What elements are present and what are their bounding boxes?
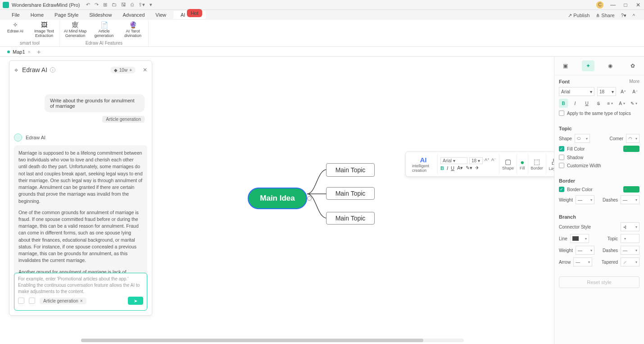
close-panel-icon[interactable]: ✕	[143, 67, 147, 73]
decrease-font-icon[interactable]: A⁻	[630, 87, 639, 96]
tab-theme-icon[interactable]: ◉	[604, 60, 617, 71]
ribbon-tarot[interactable]: 🔮AI Tarot divination	[120, 22, 145, 38]
line-color-select[interactable]	[570, 234, 589, 243]
underline-button[interactable]: U	[582, 99, 591, 108]
ribbon-image-text-extraction[interactable]: 🖼Image Text Extraction	[32, 22, 57, 38]
clear-format-icon[interactable]: ✈	[475, 165, 479, 171]
ft-fill[interactable]: ●Fill	[517, 154, 528, 174]
border-weight-select[interactable]: —	[576, 195, 594, 204]
print-icon[interactable]: ⎙	[131, 2, 134, 8]
arrow-select[interactable]: —	[573, 257, 592, 266]
fill-color-swatch[interactable]	[623, 146, 639, 152]
ai-input-box[interactable]: For example, enter 'Promotional articles…	[14, 273, 147, 311]
border-color-swatch[interactable]	[623, 186, 639, 193]
ft-border[interactable]: ⬚Border	[528, 154, 546, 174]
tab-settings-icon[interactable]: ✿	[626, 60, 639, 71]
doc-tab[interactable]: Map1 ×	[4, 48, 34, 55]
font-family-select[interactable]: Arial▾	[559, 87, 594, 96]
redo-icon[interactable]: ↷	[95, 2, 99, 8]
font-more-link[interactable]: More	[629, 79, 639, 84]
branch-weight-select[interactable]: —	[576, 246, 594, 255]
font-color-button[interactable]: A	[617, 99, 626, 108]
menu-view[interactable]: View	[152, 11, 170, 19]
add-tab-button[interactable]: +	[37, 48, 41, 55]
dashes-label: Dashes	[603, 197, 618, 202]
font-size-select[interactable]: 18▾	[597, 87, 616, 96]
ft-shape[interactable]: ▢Shape	[499, 154, 517, 174]
italic-button[interactable]: I	[571, 99, 580, 108]
tapered-select[interactable]: ⟋	[621, 257, 639, 266]
underline-button[interactable]: U	[451, 165, 454, 171]
menu-advanced[interactable]: Advanced	[119, 11, 148, 19]
menu-slideshow[interactable]: Slideshow	[86, 11, 115, 19]
menu-ai[interactable]: AIHot	[173, 11, 206, 19]
highlight-button[interactable]: ✎▾	[466, 165, 472, 171]
undo-icon[interactable]: ↶	[86, 2, 90, 8]
increase-font-icon[interactable]: A⁺	[619, 87, 628, 96]
save-icon[interactable]: 🖫	[121, 2, 126, 8]
ft-ai[interactable]: AIintelligent creation	[409, 154, 438, 174]
connector-style-select[interactable]: ⊰	[621, 222, 639, 231]
export-icon[interactable]: ⇪▾	[138, 2, 145, 8]
settings-icon[interactable]	[29, 298, 35, 304]
publish-button[interactable]: ↗ Publish	[568, 13, 590, 18]
topic-node[interactable]: Main Topic	[326, 163, 375, 177]
qat-more-icon[interactable]: ▾	[150, 2, 152, 8]
custom-width-checkbox[interactable]	[559, 163, 564, 168]
fill-color-checkbox[interactable]: ✓	[559, 146, 564, 151]
close-button[interactable]: ✕	[635, 2, 641, 8]
canvas[interactable]: 📌 AIintelligent creation Arial ▾ 18 ▾ A⁺…	[158, 57, 549, 344]
doc-tab-name: Map1	[13, 49, 25, 55]
help-icon[interactable]: ?▾	[621, 13, 626, 18]
font-color-button[interactable]: A▾	[457, 165, 463, 171]
ribbon-edraw-ai[interactable]: ✧Edraw AI	[3, 22, 28, 38]
italic-button[interactable]: I	[447, 165, 448, 171]
open-icon[interactable]: 🗀	[112, 2, 117, 8]
collapse-ribbon-icon[interactable]: ^	[633, 13, 635, 18]
send-button[interactable]: ➤	[128, 297, 143, 305]
new-icon[interactable]: ⊞	[103, 2, 107, 8]
strike-button[interactable]: S̶	[594, 99, 603, 108]
corner-select[interactable]: ◠	[626, 134, 639, 143]
menu-file[interactable]: File	[8, 11, 23, 19]
scrollbar-thumb[interactable]	[81, 339, 423, 342]
menu-page-style[interactable]: Page Style	[51, 11, 82, 19]
bold-button[interactable]: B	[440, 165, 444, 171]
arrow-label: Arrow	[559, 260, 571, 265]
maximize-button[interactable]: □	[622, 2, 629, 8]
close-tab-icon[interactable]: ×	[28, 49, 31, 55]
bold-button[interactable]: B	[559, 99, 568, 108]
info-icon[interactable]: i	[50, 67, 55, 73]
shape-select[interactable]: ⬭	[575, 134, 590, 143]
tab-style-icon[interactable]: ✦	[582, 60, 594, 71]
ribbon-article-generation[interactable]: 📄Article generation	[91, 22, 117, 38]
border-dashes-select[interactable]: —	[621, 195, 639, 204]
font-family-select[interactable]: Arial ▾	[440, 157, 467, 164]
app-title: Wondershare EdrawMind (Pro)	[12, 2, 80, 8]
branch-topic-select[interactable]	[621, 234, 639, 243]
increase-font-icon[interactable]: A⁺	[485, 157, 490, 164]
topic-node[interactable]: Main Topic	[326, 212, 375, 225]
shadow-checkbox[interactable]	[559, 155, 564, 160]
sparkle-icon: ✧	[13, 22, 18, 28]
border-color-checkbox[interactable]: ✓	[559, 187, 564, 192]
attach-image-icon[interactable]	[18, 298, 24, 304]
branch-dashes-select[interactable]: —	[621, 246, 639, 255]
main-idea-node[interactable]: Main Idea	[248, 188, 307, 209]
topic-node[interactable]: Main Topic	[326, 187, 375, 200]
align-button[interactable]: ≡	[606, 99, 615, 108]
horizontal-scrollbar[interactable]	[81, 339, 464, 342]
reset-style-button[interactable]: Reset style	[559, 276, 639, 288]
ribbon-mindmap-generation[interactable]: 🕸AI Mind Map Generation	[63, 22, 88, 38]
font-size-select[interactable]: 18 ▾	[469, 157, 483, 164]
minimize-button[interactable]: —	[610, 2, 616, 8]
menu-home[interactable]: Home	[27, 11, 47, 19]
mode-chip[interactable]: Article generation ×	[40, 298, 86, 304]
apply-same-checkbox[interactable]	[559, 110, 564, 116]
token-badge[interactable]: ◆ 10w +	[110, 67, 136, 73]
highlight-button[interactable]: ✎	[629, 99, 638, 108]
decrease-font-icon[interactable]: A⁻	[491, 157, 496, 164]
share-button[interactable]: ⋔ Share	[596, 13, 614, 18]
user-avatar[interactable]: C	[596, 1, 603, 9]
tab-page-icon[interactable]: ▣	[559, 60, 572, 71]
